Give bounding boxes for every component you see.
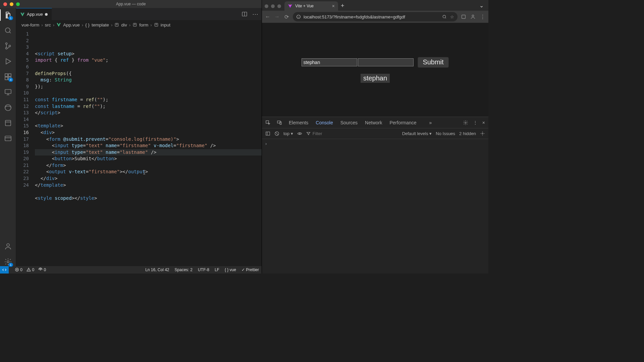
browser-tab-title: Vite + Vue: [295, 4, 314, 8]
firstname-input[interactable]: [302, 58, 357, 66]
settings-gear-icon[interactable]: 1: [4, 257, 12, 266]
status-errors[interactable]: 0: [15, 267, 22, 272]
svg-rect-22: [462, 15, 466, 19]
line-gutter: 123456789101112131415161718192021222324: [16, 29, 35, 266]
address-bar[interactable]: localhost:5173/?firstname=fsdgfds&lastna…: [293, 12, 458, 21]
code-content[interactable]: <script setup>import { ref } from "vue";…: [35, 29, 262, 266]
devtools-tab-performance[interactable]: Performance: [389, 118, 417, 127]
breadcrumb-item[interactable]: App.vue: [63, 22, 80, 27]
devtools-tab-sources[interactable]: Sources: [340, 118, 358, 127]
devtools-settings-icon[interactable]: [463, 120, 468, 125]
context-selector[interactable]: top ▾: [283, 131, 293, 136]
close-window-icon[interactable]: [265, 4, 268, 8]
back-icon[interactable]: ←: [265, 14, 271, 20]
svg-point-27: [465, 122, 466, 123]
search-icon[interactable]: [4, 26, 12, 35]
browser-tab[interactable]: Vite + Vue ×: [284, 1, 338, 11]
minimize-window-icon[interactable]: [10, 2, 13, 6]
remote-indicator-icon[interactable]: [0, 266, 9, 274]
breadcrumb-item[interactable]: vue-form: [21, 22, 39, 27]
breadcrumbs[interactable]: vue-form›src›App.vue›{ }template›div›for…: [16, 20, 262, 29]
maximize-window-icon[interactable]: [277, 4, 281, 8]
live-expression-icon[interactable]: [297, 131, 302, 136]
forward-icon[interactable]: →: [274, 14, 280, 20]
console-sidebar-icon[interactable]: [265, 131, 270, 136]
submit-button[interactable]: Submit: [418, 57, 448, 68]
devtools-close-icon[interactable]: ×: [482, 120, 485, 125]
lastname-input[interactable]: [358, 58, 414, 66]
extensions-puzzle-icon[interactable]: [461, 14, 467, 19]
new-tab-icon[interactable]: +: [338, 2, 347, 9]
close-tab-icon[interactable]: ×: [332, 3, 335, 9]
zoom-icon[interactable]: [442, 14, 447, 19]
devtools-tab-elements[interactable]: Elements: [288, 118, 309, 127]
explorer-icon[interactable]: 1: [4, 11, 12, 19]
accounts-icon[interactable]: [4, 242, 12, 251]
svg-rect-10: [5, 120, 11, 126]
console-prompt-icon: ›: [265, 141, 267, 146]
issues-indicator[interactable]: No Issues: [436, 131, 455, 136]
status-language[interactable]: { } vue: [225, 267, 236, 272]
breadcrumb-item[interactable]: src: [45, 22, 51, 27]
run-debug-icon[interactable]: [4, 57, 12, 66]
tab-list-icon[interactable]: ⌄: [477, 2, 486, 9]
status-prettier[interactable]: ✓ Prettier: [241, 267, 259, 272]
device-toolbar-icon[interactable]: [277, 120, 282, 125]
extensions-icon[interactable]: 4: [4, 72, 12, 81]
text-cursor-icon: [142, 157, 146, 162]
breadcrumb-item[interactable]: div: [121, 22, 127, 27]
devtools-tab-console[interactable]: Console: [315, 118, 333, 127]
minimize-window-icon[interactable]: [271, 4, 275, 8]
settings-badge: 1: [8, 263, 13, 267]
filter-input[interactable]: [313, 131, 398, 136]
devtools-menu-icon[interactable]: ⋮: [473, 120, 478, 125]
browser-viewport: Submit stephan ElementsConsoleSourcesNet…: [262, 23, 488, 274]
profile-icon[interactable]: [470, 14, 476, 19]
svg-point-1: [5, 43, 7, 45]
code-editor[interactable]: 123456789101112131415161718192021222324 …: [16, 29, 262, 266]
tab-label: App.vue: [27, 12, 43, 17]
maximize-window-icon[interactable]: [16, 2, 20, 6]
close-window-icon[interactable]: [3, 2, 7, 6]
status-cursor-pos[interactable]: Ln 16, Col 42: [145, 267, 169, 272]
svg-point-21: [443, 15, 445, 18]
remote-explorer-icon[interactable]: [4, 88, 12, 97]
split-editor-icon[interactable]: [241, 11, 248, 17]
bookmark-star-icon[interactable]: ☆: [450, 14, 454, 19]
log-levels-selector[interactable]: Default levels ▾: [402, 131, 432, 136]
more-tabs-icon[interactable]: »: [429, 120, 432, 125]
reload-icon[interactable]: ⟳: [283, 14, 289, 20]
console-output[interactable]: ›: [262, 139, 488, 274]
project-manager-icon[interactable]: [4, 134, 12, 143]
status-encoding[interactable]: UTF-8: [198, 267, 209, 272]
vite-favicon-icon: [288, 4, 292, 8]
browser-traffic-lights: [265, 4, 281, 8]
svg-rect-5: [5, 77, 8, 80]
inspect-element-icon[interactable]: [265, 120, 271, 125]
status-spaces[interactable]: Spaces: 2: [175, 267, 193, 272]
console-settings-icon[interactable]: [480, 131, 485, 136]
browser-tab-strip: Vite + Vue × + ⌄: [262, 0, 488, 11]
site-info-icon[interactable]: [296, 14, 301, 19]
svg-rect-28: [266, 132, 270, 135]
status-eol[interactable]: LF: [215, 267, 219, 272]
source-control-icon[interactable]: [4, 42, 12, 50]
vscode-window: App.vue — code 1 4: [0, 0, 262, 274]
browser-toolbar: ← → ⟳ localhost:5173/?firstname=fsdgfds&…: [262, 11, 488, 23]
clear-console-icon[interactable]: [274, 131, 279, 136]
status-ports[interactable]: 0: [38, 267, 46, 272]
breadcrumb-item[interactable]: form: [139, 22, 148, 27]
hidden-messages[interactable]: 2 hidden: [459, 131, 476, 136]
breadcrumb-item[interactable]: input: [161, 22, 170, 27]
vscode-titlebar: App.vue — code: [0, 0, 262, 8]
devtools-tab-network[interactable]: Network: [364, 118, 383, 127]
more-actions-icon[interactable]: ⋯: [252, 10, 258, 18]
devtools-tabs: ElementsConsoleSourcesNetworkPerformance…: [262, 117, 488, 128]
svg-rect-4: [5, 74, 8, 76]
status-warnings[interactable]: 0: [26, 267, 34, 272]
menu-dots-icon[interactable]: ⋮: [480, 14, 486, 20]
breadcrumb-item[interactable]: template: [92, 22, 109, 27]
tab-app-vue[interactable]: App.vue: [16, 8, 52, 20]
edge-tools-icon[interactable]: [4, 103, 12, 112]
bookmarks-icon[interactable]: [4, 119, 12, 127]
